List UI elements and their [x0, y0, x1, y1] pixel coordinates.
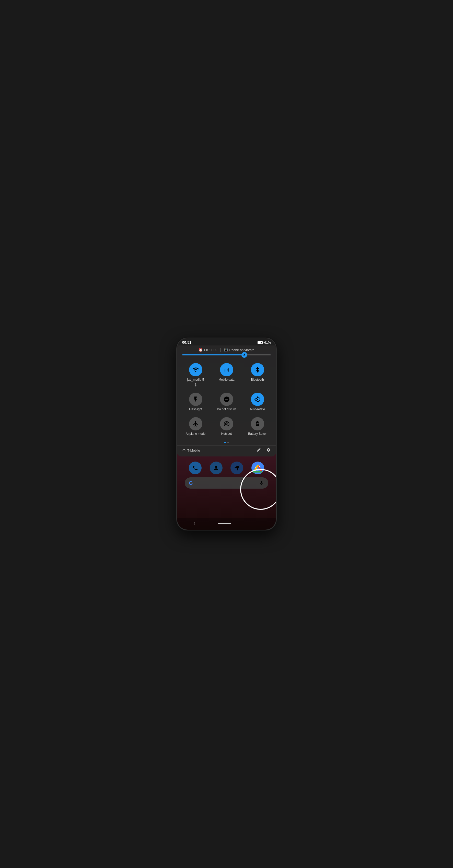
tile-battery-saver[interactable]: Battery Saver [242, 414, 273, 439]
dnd-label: Do not disturb [217, 407, 236, 411]
notification-panel: ⏰ Fri 11:00 📳 Phone on vibrate [177, 345, 276, 457]
hotspot-label: Hotspot [221, 432, 232, 436]
data-arrows-icon [194, 383, 197, 386]
bluetooth-tile-circle [251, 363, 264, 376]
wifi-label: jad_media-5 [187, 378, 204, 381]
app-contacts[interactable] [210, 462, 223, 474]
footer-icons [257, 447, 271, 454]
vibrate-section: 📳 Phone on vibrate [224, 348, 254, 352]
brightness-track[interactable] [182, 354, 271, 355]
tile-wifi[interactable]: jad_media-5 [180, 360, 211, 390]
quick-tiles-grid: jad_media-5 Mobile da [177, 358, 276, 441]
dock-apps [182, 462, 271, 474]
app-messages[interactable] [230, 462, 243, 474]
bluetooth-icon [254, 366, 261, 373]
dot-1 [224, 442, 226, 443]
tile-bluetooth[interactable]: Bluetooth [242, 360, 273, 390]
battery-fill [258, 342, 261, 343]
brightness-fill [182, 354, 244, 355]
back-button[interactable]: ‹ [194, 520, 195, 527]
tile-flashlight[interactable]: Flashlight [180, 390, 211, 414]
mobile-data-tile-circle [220, 363, 233, 376]
tile-auto-rotate[interactable]: Auto-rotate [242, 390, 273, 414]
wifi-arrows [194, 383, 197, 386]
signal-icon [182, 449, 186, 453]
dot-2 [227, 442, 229, 443]
nav-bar: ‹ [177, 518, 276, 530]
app-chrome[interactable] [251, 462, 264, 474]
brightness-container[interactable] [177, 353, 276, 358]
search-bar[interactable]: G [185, 477, 268, 489]
airplane-icon [192, 421, 199, 427]
mobile-data-icon [223, 366, 230, 373]
brightness-thumb [242, 352, 247, 358]
status-right: 61% [258, 341, 271, 344]
sun-icon [243, 353, 246, 356]
google-g: G [189, 480, 193, 486]
bluetooth-label: Bluetooth [251, 378, 264, 381]
status-bar: 00:51 61% [177, 338, 276, 345]
flashlight-tile-circle [189, 393, 202, 406]
auto-rotate-icon [254, 396, 261, 403]
hotspot-tile-circle [220, 417, 233, 430]
battery-icon [258, 341, 263, 344]
mobile-data-label: Mobile data [219, 378, 234, 381]
battery-saver-tile-circle [251, 417, 264, 430]
airplane-label: Airplane mode [186, 432, 205, 436]
alarm-section: ⏰ Fri 11:00 [199, 348, 217, 352]
battery-saver-label: Battery Saver [248, 432, 267, 436]
auto-rotate-label: Auto-rotate [250, 407, 265, 411]
battery-saver-icon [254, 421, 261, 427]
alarm-label: Fri 11:00 [204, 348, 217, 352]
carrier-label: T-Mobile [187, 448, 200, 453]
wifi-tile-circle [189, 363, 202, 376]
home-screen: G [177, 457, 276, 494]
tile-mobile-data[interactable]: Mobile data [211, 360, 242, 390]
alarm-icon: ⏰ [199, 348, 203, 352]
tile-hotspot[interactable]: Hotspot [211, 414, 242, 439]
hotspot-icon [223, 421, 230, 427]
phone-screen: 00:51 61% ⏰ Fri 11:00 📳 Phone on vi [177, 338, 276, 530]
home-pill[interactable] [218, 523, 231, 524]
vibrate-icon: 📳 [224, 348, 228, 352]
tile-dnd[interactable]: Do not disturb [211, 390, 242, 414]
mic-icon [259, 480, 264, 486]
battery-percent: 61% [264, 341, 271, 344]
panel-footer: T-Mobile [177, 445, 276, 457]
dnd-icon [223, 396, 230, 403]
auto-rotate-tile-circle [251, 393, 264, 406]
flashlight-icon [192, 396, 199, 403]
page-dots [177, 441, 276, 445]
dnd-tile-circle [220, 393, 233, 406]
app-phone[interactable] [189, 462, 202, 474]
status-time: 00:51 [182, 340, 191, 344]
settings-button[interactable] [266, 447, 271, 454]
phone-device: 00:51 61% ⏰ Fri 11:00 📳 Phone on vi [176, 338, 277, 530]
airplane-tile-circle [189, 417, 202, 430]
edit-button[interactable] [257, 447, 261, 454]
wifi-icon [192, 366, 199, 373]
panel-header: ⏰ Fri 11:00 📳 Phone on vibrate [177, 345, 276, 353]
flashlight-label: Flashlight [189, 407, 202, 411]
tile-airplane-mode[interactable]: Airplane mode [180, 414, 211, 439]
vibrate-label: Phone on vibrate [229, 348, 254, 352]
carrier-info: T-Mobile [182, 448, 200, 453]
